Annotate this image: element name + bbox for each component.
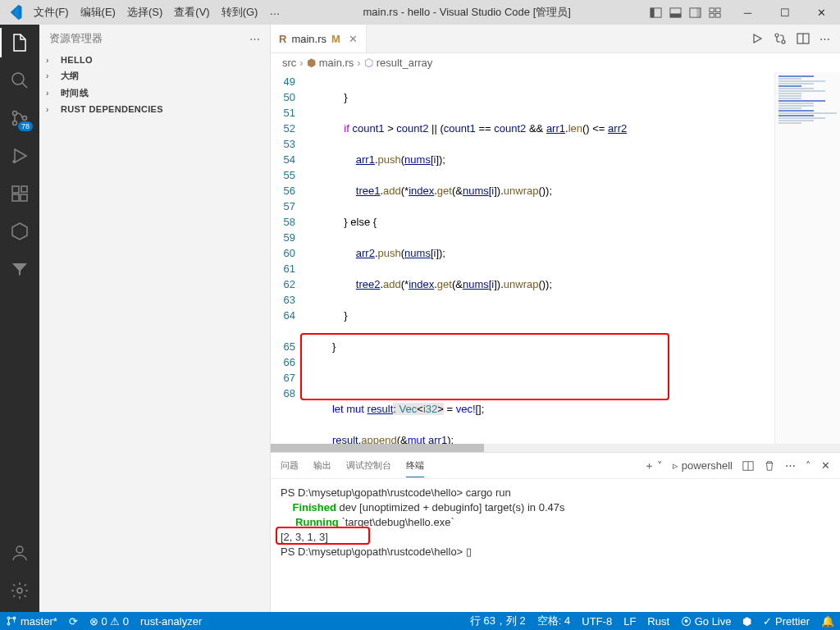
status-indentation[interactable]: 空格: 4: [532, 612, 576, 630]
title-bar: 文件(F) 编辑(E) 选择(S) 查看(V) 转到(G) … main.rs …: [0, 0, 840, 25]
svg-point-20: [17, 588, 22, 593]
breadcrumb-src[interactable]: src: [282, 57, 296, 69]
layout-panel-bottom-icon[interactable]: [669, 6, 682, 19]
tab-main-rs[interactable]: R main.rs M ✕: [271, 25, 367, 52]
panel-tab-terminal[interactable]: 终端: [406, 454, 424, 477]
panel-maximize-icon[interactable]: ˄: [806, 459, 811, 472]
svg-point-19: [16, 546, 23, 553]
bottom-panel: 问题 输出 调试控制台 终端 ＋ ˅ ▹ powershell ⋯ ˄ ✕ PS…: [271, 452, 840, 612]
horizontal-scrollbar[interactable]: [271, 444, 840, 452]
run-file-icon[interactable]: [751, 32, 764, 45]
tab-close-icon[interactable]: ✕: [349, 33, 358, 45]
layout-customize-icon[interactable]: [708, 6, 721, 19]
sidebar-item-timeline[interactable]: ›时间线: [39, 84, 270, 102]
sidebar-more-icon[interactable]: ⋯: [249, 33, 260, 45]
panel-tab-problems[interactable]: 问题: [281, 454, 299, 477]
sidebar-item-outline[interactable]: ›大纲: [39, 67, 270, 84]
svg-point-28: [7, 623, 10, 625]
menu-view[interactable]: 查看(V): [169, 2, 214, 23]
terminal-shell-icon[interactable]: ▹ powershell: [673, 459, 733, 472]
editor-group: R main.rs M ✕ ⋯ src › ⬢ main.rs › ⬡ resu…: [271, 25, 840, 612]
svg-point-12: [13, 121, 17, 126]
menu-more[interactable]: …: [264, 2, 285, 23]
svg-point-11: [13, 112, 17, 116]
annotation-redbox-output: [276, 527, 370, 545]
activity-bar: 78: [0, 25, 39, 612]
status-notifications-icon[interactable]: 🔔: [815, 612, 840, 630]
svg-point-10: [12, 73, 24, 84]
menu-file[interactable]: 文件(F): [29, 2, 74, 23]
svg-rect-3: [669, 13, 680, 17]
status-branch[interactable]: master*: [0, 612, 63, 630]
terminal-new-icon[interactable]: ＋ ˅: [644, 459, 664, 473]
split-editor-icon[interactable]: [797, 32, 810, 45]
svg-rect-15: [12, 186, 19, 193]
svg-rect-9: [715, 13, 720, 17]
panel-tab-debug[interactable]: 调试控制台: [346, 454, 391, 477]
layout-panel-right-icon[interactable]: [688, 6, 701, 19]
status-encoding[interactable]: UTF-8: [576, 612, 618, 630]
maximize-button[interactable]: ☐: [766, 0, 803, 25]
status-rust-analyzer-icon[interactable]: ⬢: [737, 612, 757, 630]
editor-more-icon[interactable]: ⋯: [819, 33, 830, 45]
breadcrumb-symbol[interactable]: result_array: [377, 57, 433, 69]
terminal[interactable]: PS D:\mysetup\gopath\rustcode\hello> car…: [271, 479, 840, 612]
terminal-trash-icon[interactable]: [764, 460, 775, 472]
terminal-split-icon[interactable]: [742, 460, 754, 472]
source-control-icon[interactable]: 78: [8, 107, 31, 130]
menu-select[interactable]: 选择(S): [122, 2, 167, 23]
sidebar-item-hello[interactable]: ›HELLO: [39, 52, 270, 67]
sidebar-explorer: 资源管理器 ⋯ ›HELLO ›大纲 ›时间线 ›RUST DEPENDENCI…: [39, 25, 271, 612]
close-button[interactable]: ✕: [803, 0, 840, 25]
panel-close-icon[interactable]: ✕: [821, 459, 830, 472]
extensions-icon[interactable]: [8, 182, 31, 205]
hex-icon[interactable]: [8, 220, 31, 243]
panel-more-icon[interactable]: ⋯: [785, 459, 796, 472]
symbol-function-icon: ⬡: [364, 57, 373, 69]
menu-bar: 文件(F) 编辑(E) 选择(S) 查看(V) 转到(G) …: [29, 2, 285, 23]
status-lsp[interactable]: rust-analyzer: [135, 612, 208, 630]
explorer-icon[interactable]: [8, 31, 31, 54]
rust-file-icon: ⬢: [307, 57, 316, 69]
status-golive[interactable]: ⦿ Go Live: [675, 612, 737, 630]
svg-point-21: [775, 34, 778, 37]
status-prettier[interactable]: ✓ Prettier: [757, 612, 815, 630]
breadcrumb-file[interactable]: main.rs: [319, 57, 354, 69]
menu-go[interactable]: 转到(G): [217, 2, 263, 23]
svg-point-13: [23, 116, 27, 121]
code-content[interactable]: } if count1 > count2 || (count1 == count…: [308, 72, 774, 444]
status-bar: master* ⟳ ⊗ 0 ⚠ 0 rust-analyzer 行 63，列 2…: [0, 612, 840, 630]
svg-rect-16: [12, 194, 19, 201]
editor-tabs: R main.rs M ✕ ⋯: [271, 25, 840, 53]
code-editor[interactable]: 49505152535455565758596061626364 6566676…: [271, 72, 840, 444]
vscode-logo-icon: [0, 5, 29, 20]
git-compare-icon[interactable]: [774, 32, 787, 45]
sidebar-item-rust-deps[interactable]: ›RUST DEPENDENCIES: [39, 102, 270, 116]
svg-rect-7: [715, 7, 720, 11]
status-sync[interactable]: ⟳: [63, 612, 84, 630]
svg-rect-18: [21, 186, 27, 192]
status-problems[interactable]: ⊗ 0 ⚠ 0: [84, 612, 135, 630]
rust-file-icon: R: [279, 33, 286, 45]
status-eol[interactable]: LF: [618, 612, 641, 630]
svg-rect-8: [709, 13, 714, 17]
tab-modified-indicator: M: [331, 33, 340, 45]
filter-icon[interactable]: [8, 258, 31, 281]
settings-gear-icon[interactable]: [8, 579, 31, 602]
minimize-button[interactable]: ─: [729, 0, 766, 25]
search-icon[interactable]: [8, 69, 31, 92]
layout-panel-left-icon[interactable]: [649, 6, 662, 19]
run-debug-icon[interactable]: [8, 144, 31, 167]
status-language[interactable]: Rust: [641, 612, 675, 630]
svg-rect-6: [709, 7, 714, 11]
scm-badge: 78: [18, 121, 33, 131]
panel-tab-output[interactable]: 输出: [313, 454, 331, 477]
window-title: main.rs - hello - Visual Studio Code [管理…: [285, 5, 649, 20]
status-cursor-position[interactable]: 行 63，列 2: [464, 612, 532, 630]
svg-point-14: [13, 161, 15, 162]
svg-rect-1: [650, 7, 654, 16]
menu-edit[interactable]: 编辑(E): [75, 2, 121, 23]
minimap[interactable]: [774, 72, 840, 444]
breadcrumb[interactable]: src › ⬢ main.rs › ⬡ result_array: [271, 53, 840, 72]
account-icon[interactable]: [8, 541, 31, 564]
